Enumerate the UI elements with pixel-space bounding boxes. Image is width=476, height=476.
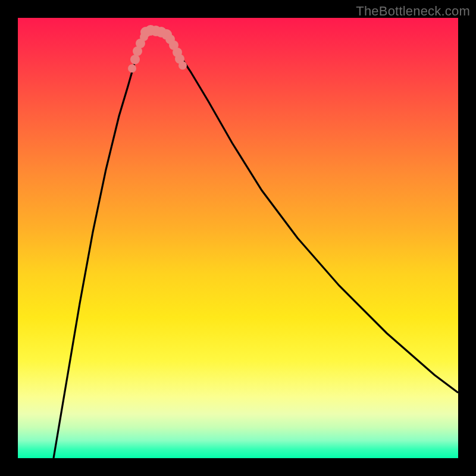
- chart-frame: TheBottleneck.com: [0, 0, 476, 476]
- heat-gradient-background: [18, 18, 458, 458]
- watermark-text: TheBottleneck.com: [356, 4, 470, 19]
- plot-area: [18, 18, 458, 458]
